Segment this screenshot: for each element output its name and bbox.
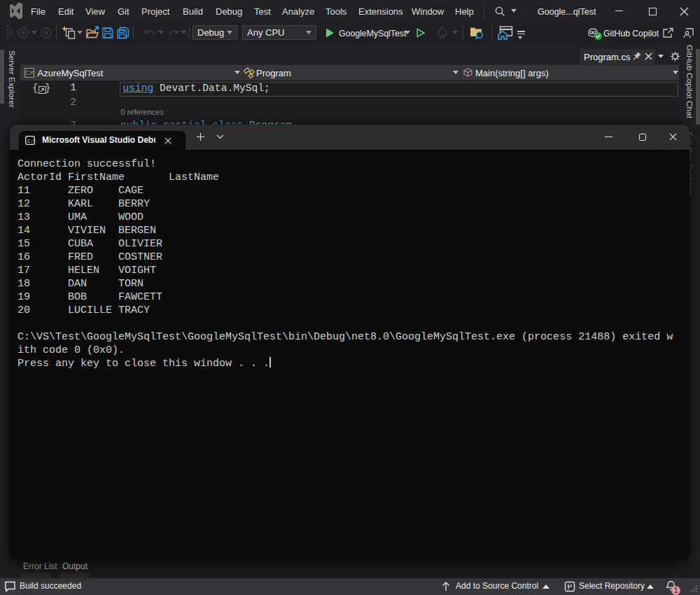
- svg-text:C:\: C:\: [27, 139, 35, 144]
- svg-text:C#: C#: [26, 69, 34, 76]
